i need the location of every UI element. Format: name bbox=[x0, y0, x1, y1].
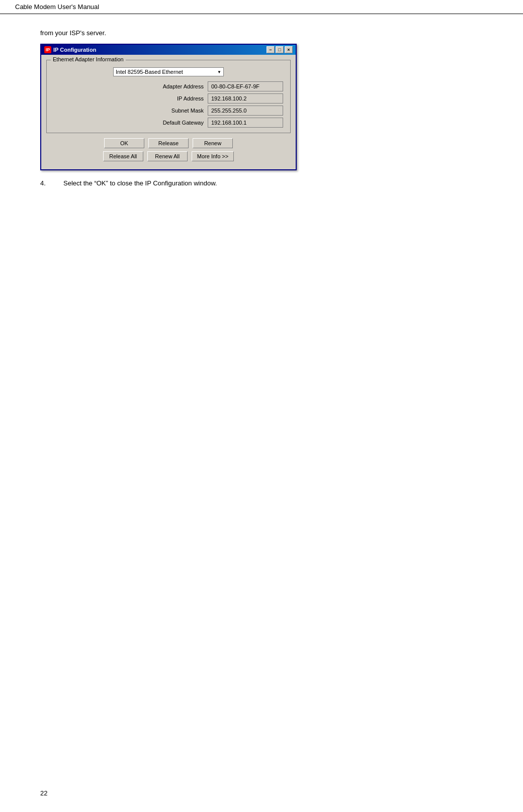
default-gateway-label: Default Gateway bbox=[143, 120, 204, 126]
default-gateway-row: Default Gateway 192.168.100.1 bbox=[54, 118, 283, 128]
dialog-titlebar: IP IP Configuration − □ × bbox=[41, 45, 296, 55]
adapter-address-value: 00-80-C8-EF-67-9F bbox=[208, 81, 283, 91]
page-header: Cable Modem User's Manual bbox=[0, 0, 523, 14]
header-title: Cable Modem User's Manual bbox=[15, 3, 99, 11]
subnet-mask-label: Subnet Mask bbox=[143, 108, 204, 114]
ip-config-dialog: IP IP Configuration − □ × Ethernet Adapt… bbox=[40, 44, 297, 170]
renew-button[interactable]: Renew bbox=[193, 138, 233, 148]
ok-button[interactable]: OK bbox=[104, 138, 144, 148]
buttons-row-2: Release All Renew All More Info >> bbox=[46, 151, 291, 161]
buttons-row-1: OK Release Renew bbox=[46, 138, 291, 148]
dialog-icon: IP bbox=[44, 46, 51, 53]
step-4-text: Select the “OK” to close the IP Configur… bbox=[63, 179, 217, 187]
titlebar-buttons: − □ × bbox=[267, 46, 293, 53]
dialog-body: Ethernet Adapter Information Intel 82595… bbox=[41, 55, 296, 169]
ip-address-value: 192.168.100.2 bbox=[208, 93, 283, 104]
groupbox-title: Ethernet Adapter Information bbox=[51, 56, 126, 62]
dropdown-arrow-icon: ▼ bbox=[217, 70, 221, 74]
adapter-address-label: Adapter Address bbox=[143, 83, 204, 89]
more-info-button[interactable]: More Info >> bbox=[192, 151, 234, 161]
adapter-address-row: Adapter Address 00-80-C8-EF-67-9F bbox=[54, 81, 283, 91]
adapter-dropdown[interactable]: Intel 82595-Based Ethernet ▼ bbox=[113, 67, 224, 76]
page-content: from your ISP's server. IP IP Configurat… bbox=[0, 14, 523, 202]
info-rows: Adapter Address 00-80-C8-EF-67-9F IP Add… bbox=[52, 81, 285, 128]
dialog-title: IP Configuration bbox=[53, 47, 96, 53]
adapter-label: Intel 82595-Based Ethernet bbox=[116, 69, 183, 75]
ip-address-label: IP Address bbox=[143, 95, 204, 102]
titlebar-left: IP IP Configuration bbox=[44, 46, 96, 53]
intro-text: from your ISP's server. bbox=[40, 29, 483, 37]
page-number: 22 bbox=[40, 789, 47, 797]
step-4-row: 4. Select the “OK” to close the IP Confi… bbox=[40, 179, 483, 187]
page-footer: 22 bbox=[40, 789, 47, 797]
release-button[interactable]: Release bbox=[148, 138, 189, 148]
subnet-mask-row: Subnet Mask 255.255.255.0 bbox=[54, 106, 283, 116]
ip-address-row: IP Address 192.168.100.2 bbox=[54, 93, 283, 104]
maximize-button[interactable]: □ bbox=[276, 46, 284, 53]
renew-all-button[interactable]: Renew All bbox=[147, 151, 188, 161]
release-all-button[interactable]: Release All bbox=[103, 151, 143, 161]
ethernet-groupbox: Ethernet Adapter Information Intel 82595… bbox=[46, 60, 291, 133]
step-4-number: 4. bbox=[40, 179, 55, 187]
default-gateway-value: 192.168.100.1 bbox=[208, 118, 283, 128]
subnet-mask-value: 255.255.255.0 bbox=[208, 106, 283, 116]
close-button[interactable]: × bbox=[285, 46, 293, 53]
adapter-row: Intel 82595-Based Ethernet ▼ bbox=[52, 67, 285, 76]
minimize-button[interactable]: − bbox=[267, 46, 275, 53]
